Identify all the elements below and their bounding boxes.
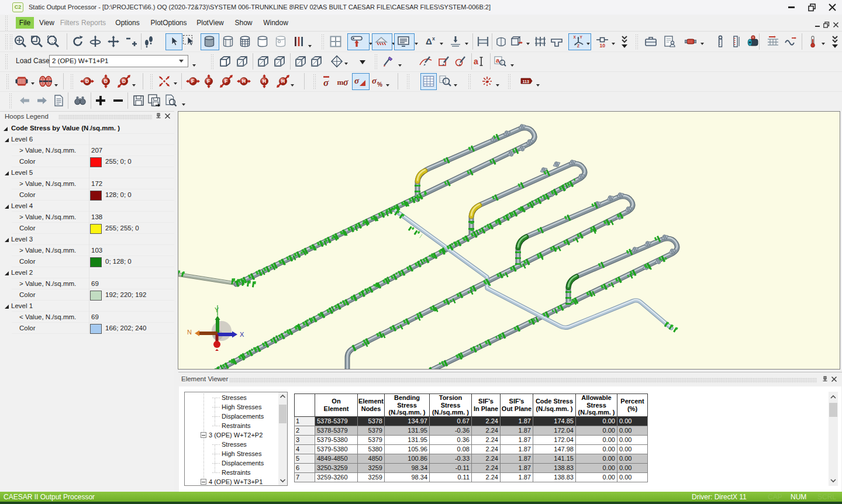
svg-text:σ: σ xyxy=(323,77,329,88)
svg-text:F: F xyxy=(207,78,210,84)
svg-text:D: D xyxy=(122,78,126,84)
svg-text:H: H xyxy=(242,78,246,84)
svg-text:a: a xyxy=(496,57,500,64)
svg-text:113: 113 xyxy=(523,80,529,84)
svg-text:H: H xyxy=(281,78,285,84)
svg-text:H: H xyxy=(263,78,266,84)
svg-text:Z: Z xyxy=(577,44,579,48)
svg-text:σ: σ xyxy=(372,76,377,85)
svg-text:σ: σ xyxy=(354,76,360,85)
svg-text:σ: σ xyxy=(343,77,348,87)
svg-text:Δ: Δ xyxy=(426,36,432,46)
svg-text:F: F xyxy=(191,78,194,84)
svg-text:Y: Y xyxy=(215,306,219,313)
svg-text:D: D xyxy=(104,78,108,84)
svg-text:x: x xyxy=(432,36,435,42)
svg-text:m: m xyxy=(337,78,344,87)
svg-text:X: X xyxy=(574,35,577,39)
svg-text:a: a xyxy=(474,57,478,66)
svg-text:N: N xyxy=(187,329,192,336)
svg-text:%: % xyxy=(377,81,382,88)
svg-text:10: 10 xyxy=(600,43,606,49)
svg-text:V: V xyxy=(753,36,754,39)
svg-text:X: X xyxy=(240,331,244,338)
svg-text:D: D xyxy=(85,78,89,84)
svg-text:Y: Y xyxy=(580,35,583,39)
svg-text:F: F xyxy=(225,78,227,84)
